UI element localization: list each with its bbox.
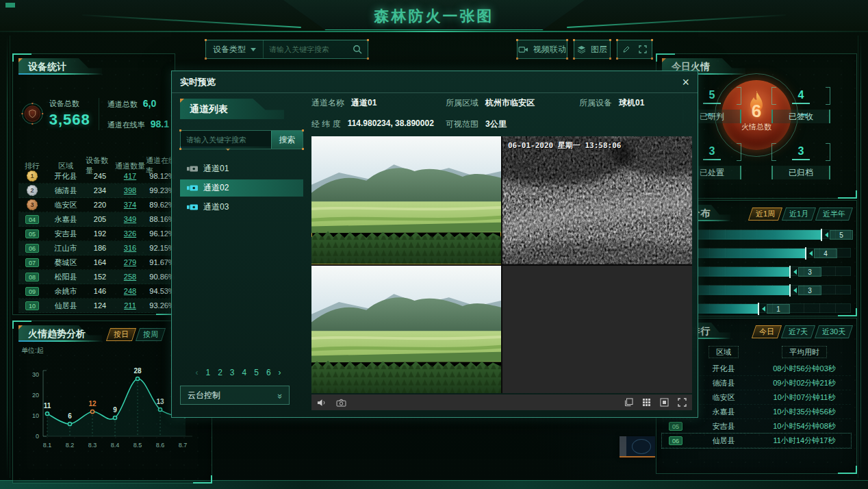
video-grid: 06-01-2020 星期一 13:58:06	[311, 136, 692, 393]
svg-text:12: 12	[88, 400, 97, 408]
device-type-select[interactable]: 设备类型	[206, 40, 264, 58]
copy-view-icon[interactable]	[624, 398, 633, 407]
video-cell-visible-2[interactable]	[311, 266, 501, 394]
app-header: 森林防火一张图	[0, 0, 868, 32]
dist-tab-近1月[interactable]: 近1月	[782, 208, 816, 221]
device-total-value: 3,568	[49, 111, 90, 129]
stat-archived: 3 已归档	[771, 143, 830, 179]
bar-value-chip: 5	[825, 230, 853, 240]
camera-icon	[187, 165, 198, 173]
layers-icon	[577, 45, 586, 53]
table-row: 07婺城区16427991.67%	[18, 255, 170, 270]
draw-fullscreen-button[interactable]	[617, 40, 652, 59]
info-range: 可视范围 3公里	[446, 118, 507, 130]
efficiency-region: 德清县	[713, 378, 735, 388]
channel-list-tab[interactable]: 通道列表	[180, 99, 284, 119]
mute-speaker-icon[interactable]	[317, 399, 327, 407]
eff-tab-近7天[interactable]: 近7天	[781, 325, 815, 338]
page-2[interactable]: 2	[218, 368, 222, 377]
page-next-icon[interactable]: ›	[279, 368, 281, 377]
svg-text:9: 9	[113, 406, 117, 414]
page-prev-icon[interactable]: ‹	[195, 368, 198, 377]
dist-tab-近半年[interactable]: 近半年	[815, 208, 853, 221]
video-linkage-button[interactable]: 视频联动	[517, 40, 567, 59]
info-coord-value: 114.980234, 38.890002	[348, 118, 434, 130]
efficiency-time: 11小时14分钟17秒	[774, 436, 836, 446]
channel-total-value: 6,0	[143, 98, 156, 109]
close-icon[interactable]: ×	[682, 76, 689, 88]
cell-c-dev: 164	[94, 258, 106, 266]
efficiency-time: 10小时54分钟08秒	[773, 421, 836, 431]
info-region-value: 杭州市临安区	[485, 97, 535, 109]
single-view-icon[interactable]	[660, 398, 669, 407]
svg-text:8.7: 8.7	[179, 442, 188, 449]
video-cell-empty[interactable]	[502, 266, 692, 394]
bar-value: 5	[830, 230, 853, 240]
channel-item-通道03[interactable]: 通道03	[180, 199, 303, 216]
cell-c-chan: 349	[124, 215, 136, 223]
minimap-thumbnail[interactable]	[620, 436, 655, 457]
info-range-value: 3公里	[485, 118, 507, 130]
trend-tab-按周[interactable]: 按周	[136, 328, 166, 341]
cell-c-chan: 326	[124, 229, 136, 238]
efficiency-region: 仙居县	[713, 436, 735, 446]
svg-text:20: 20	[32, 392, 39, 399]
chip-arrow-icon	[793, 288, 797, 293]
ptz-control-toggle[interactable]: 云台控制 »	[180, 386, 290, 405]
cell-c-region: 永嘉县	[55, 214, 77, 225]
page-4[interactable]: 4	[242, 368, 247, 377]
device-stats-panel: 设备统计 设备总数 3,568 通道总数 6,0 通道在线率 98.1 排行区域	[12, 53, 175, 315]
channel-item-通道02[interactable]: 通道02	[180, 179, 303, 197]
bar-value: 3	[798, 286, 821, 295]
cell-c-region: 婺城区	[55, 258, 77, 268]
cell-c-dev: 234	[94, 186, 106, 195]
efficiency-region: 开化县	[713, 364, 735, 374]
eff-tab-近30天[interactable]: 近30天	[815, 325, 853, 338]
channel-label: 通道02	[203, 182, 229, 194]
cell-c-region: 开化县	[55, 171, 77, 181]
efficiency-time: 09小时02分钟21秒	[773, 378, 836, 388]
video-icon	[518, 46, 528, 53]
keyword-search-input[interactable]	[264, 40, 347, 58]
cell-c-region: 德清县	[55, 186, 77, 196]
collapse-chevron-icon: »	[275, 393, 285, 397]
efficiency-region: 永嘉县	[713, 407, 735, 417]
channel-search-button[interactable]: 搜索	[271, 131, 303, 149]
grid-layout-icon[interactable]	[642, 398, 651, 407]
pencil-icon	[622, 45, 630, 53]
bar-value-chip: 1	[762, 304, 790, 314]
efficiency-region: 临安区	[713, 392, 735, 403]
stat-signed: 4 已签收	[771, 87, 830, 123]
dist-tab-近1周[interactable]: 近1周	[748, 208, 782, 221]
page-6[interactable]: 6	[266, 368, 271, 377]
video-cell-thermal[interactable]: 06-01-2020 星期一 13:58:06	[502, 136, 692, 264]
layers-button[interactable]: 图层	[574, 40, 611, 59]
rank-header: 通道数量	[115, 161, 145, 171]
channel-label: 通道01	[203, 163, 229, 175]
cell-c-region: 仙居县	[55, 301, 77, 311]
page-1[interactable]: 1	[205, 368, 210, 377]
efficiency-rank-badge: 05	[669, 422, 682, 431]
page-3[interactable]: 3	[230, 368, 235, 377]
camera-icon	[187, 184, 198, 192]
rank-badge: 05	[25, 229, 39, 238]
fire-total-label: 火情总数	[741, 122, 771, 132]
rank-badge: 3	[27, 199, 38, 210]
video-fullscreen-icon[interactable]	[678, 398, 687, 407]
svg-text:8.1: 8.1	[43, 442, 52, 449]
video-cell-visible-selected[interactable]	[311, 136, 501, 264]
search-icon[interactable]	[347, 40, 368, 58]
efficiency-row: 05安吉县10小时54分钟08秒	[662, 419, 851, 434]
page-5[interactable]: 5	[254, 368, 259, 377]
layers-label: 图层	[591, 44, 607, 55]
eff-tab-今日[interactable]: 今日	[752, 325, 782, 338]
table-row: 2德清县23439899.23%	[18, 184, 170, 198]
chip-arrow-icon	[793, 269, 797, 275]
preview-content: 通道名称 通道01 所属区域 杭州市临安区 所属设备 球机01 经 纬 度 11…	[311, 96, 691, 409]
info-region-label: 所属区域	[446, 97, 478, 109]
trend-tab-按日[interactable]: 按日	[106, 328, 136, 341]
channel-item-通道01[interactable]: 通道01	[180, 160, 303, 177]
snapshot-camera-icon[interactable]	[336, 399, 346, 407]
fullscreen-icon	[639, 45, 647, 53]
channel-search-input[interactable]	[181, 131, 271, 149]
